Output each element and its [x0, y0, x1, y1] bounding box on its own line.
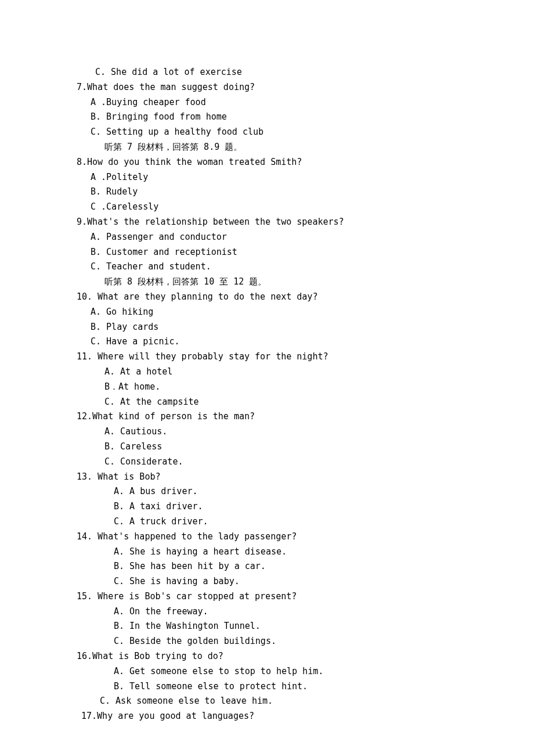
text-line: 7.What does the man suggest doing?	[77, 80, 459, 95]
text-line: C. Teacher and student.	[77, 260, 459, 275]
text-line: B. A taxi driver.	[77, 499, 459, 514]
text-line: 8.How do you think the woman treated Smi…	[77, 155, 459, 170]
text-line: B. She has been hit by a car.	[77, 559, 459, 574]
text-line: B. Tell someone else to protect hint.	[77, 679, 459, 694]
text-line: B. Careless	[77, 440, 459, 455]
text-line: A. Cautious.	[77, 424, 459, 440]
text-line: C. She did a lot of exercise	[77, 65, 459, 80]
text-line: 13. What is Bob?	[77, 470, 459, 485]
text-line: C. Have a picnic.	[77, 334, 459, 350]
text-line: B. Play cards	[77, 320, 459, 335]
text-line: A. At a hotel	[77, 365, 459, 380]
text-line: A .Buying cheaper food	[77, 95, 459, 110]
document-page: C. She did a lot of exercise7.What does …	[0, 0, 534, 756]
text-line: C. Setting up a healthy food club	[77, 125, 459, 140]
text-line: C. Considerate.	[77, 455, 459, 470]
text-line: 听第 7 段材料，回答第 8.9 题。	[77, 140, 459, 155]
text-line: 9.What's the relationship between the tw…	[77, 215, 459, 230]
text-line: A. Go hiking	[77, 305, 459, 320]
text-line: C. A truck driver.	[77, 514, 459, 530]
text-line: 14. What's happened to the lady passenge…	[77, 530, 459, 545]
content-block: C. She did a lot of exercise7.What does …	[77, 65, 459, 724]
text-line: B. Rudely	[77, 185, 459, 200]
text-line: A. A bus driver.	[77, 484, 459, 499]
text-line: 听第 8 段材料，回答第 10 至 12 题。	[77, 275, 459, 290]
text-line: C. She is having a baby.	[77, 574, 459, 589]
text-line: C. Ask someone else to leave him.	[77, 694, 459, 709]
text-line: A. Get someone else to stop to help him.	[77, 664, 459, 679]
text-line: C .Carelessly	[77, 200, 459, 215]
text-line: 16.What is Bob trying to do?	[77, 649, 459, 664]
text-line: C. At the campsite	[77, 395, 459, 410]
text-line: C. Beside the golden buildings.	[77, 634, 459, 649]
text-line: B. Bringing food from home	[77, 110, 459, 125]
text-line: B．At home.	[77, 380, 459, 395]
text-line: 12.What kind of person is the man?	[77, 409, 459, 424]
text-line: 17.Why are you good at languages?	[77, 709, 459, 724]
text-line: B. In the Washington Tunnel.	[77, 619, 459, 634]
text-line: 11. Where will they probably stay for th…	[77, 350, 459, 365]
text-line: B. Customer and receptionist	[77, 245, 459, 260]
text-line: 10. What are they planning to do the nex…	[77, 290, 459, 305]
text-line: A .Politely	[77, 170, 459, 185]
text-line: A. Passenger and conductor	[77, 230, 459, 245]
text-line: 15. Where is Bob's car stopped at presen…	[77, 589, 459, 604]
text-line: A. On the freeway.	[77, 604, 459, 620]
text-line: A. She is haying a heart disease.	[77, 545, 459, 560]
